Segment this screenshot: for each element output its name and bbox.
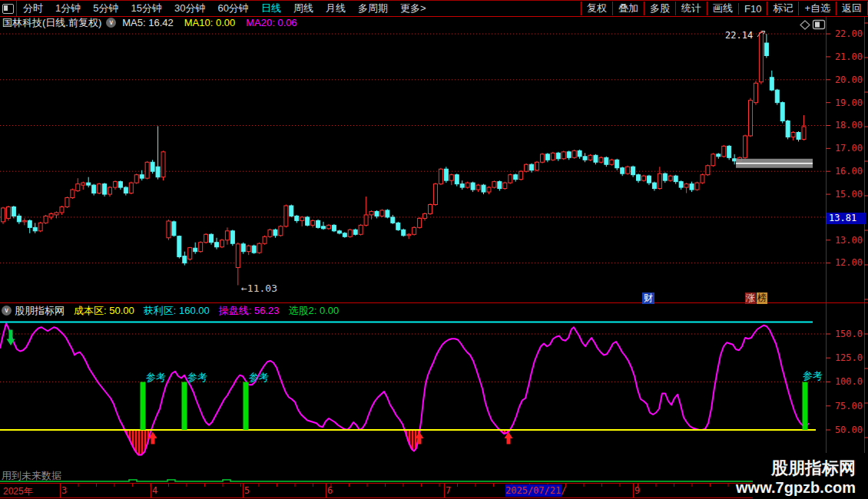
menu-item-5min[interactable]: 5分钟 <box>87 2 124 15</box>
chevron-down-icon[interactable]: ∨ <box>2 306 12 316</box>
date-label: 5 <box>244 485 250 496</box>
menu-item-1min[interactable]: 1分钟 <box>49 2 87 15</box>
axis-chrome <box>0 16 868 498</box>
cursor-date-badge: 2025/07/21/— <box>505 484 562 497</box>
menu-item-back[interactable]: 返回 <box>836 2 868 15</box>
menu-item-daily[interactable]: 日线 <box>255 2 287 15</box>
layout-icon[interactable] <box>0 1 17 16</box>
y-axis-label: 12.00 <box>829 257 863 268</box>
gainers-badge-bang[interactable]: 榜 <box>757 292 767 304</box>
y-axis-label: 16.00 <box>829 166 863 177</box>
high-annotation: 22.14 <box>725 30 753 41</box>
ma10-value: MA10: 0.00 <box>184 17 236 28</box>
indicator-y-label: 150.0 <box>829 329 863 339</box>
date-label: 4 <box>152 485 157 496</box>
title-bar: 国林科技(日线.前复权) ∨ MA5: 16.42 MA10: 0.00 MA2… <box>0 16 826 29</box>
finance-badge[interactable]: 财 <box>642 292 654 304</box>
date-label-year: 2025年 <box>3 485 33 498</box>
indicator-y-label: 50.00 <box>829 425 863 435</box>
menu-item-fuquan[interactable]: 复权 <box>581 2 612 15</box>
menu-item-multiperiod[interactable]: 多周期 <box>352 2 394 15</box>
indicator-field-cost: 成本区: 50.00 <box>74 304 134 318</box>
indicator-series <box>0 322 816 482</box>
menu-item-more[interactable]: 更多> <box>394 2 432 15</box>
ma20-value: MA20: 0.06 <box>246 17 297 28</box>
menu-item-diejia[interactable]: 叠加 <box>612 2 644 15</box>
y-axis-label: 21.00 <box>829 51 863 62</box>
ref-signal-label: 参考 <box>803 369 823 383</box>
indicator-y-label: 75.00 <box>829 401 863 411</box>
low-annotation: ←11.03 <box>241 283 277 294</box>
date-label: 7 <box>446 485 451 496</box>
y-axis-label: 17.00 <box>829 143 863 154</box>
ref-signal-label: 参考 <box>146 371 166 385</box>
menu-item-duogu[interactable]: 多股 <box>644 2 675 15</box>
trading-app-window: 分时 1分钟 5分钟 15分钟 30分钟 60分钟 日线 周线 月线 多周期 更… <box>0 0 868 499</box>
watermark-site-name: 股朋指标网 <box>771 458 856 478</box>
menu-item-fenshi[interactable]: 分时 <box>17 2 49 15</box>
menu-item-30min[interactable]: 30分钟 <box>168 2 211 15</box>
menu-item-15min[interactable]: 15分钟 <box>124 2 167 15</box>
y-axis-label: 18.00 <box>829 120 863 131</box>
y-axis-label: 22.00 <box>829 28 863 39</box>
menu-item-add-watchlist[interactable]: +自选 <box>798 2 836 15</box>
watermark-url: www.7gpzb.com <box>736 478 856 497</box>
indicator-field-profit: 获利区: 160.00 <box>144 304 210 318</box>
chart-canvas[interactable] <box>0 0 868 499</box>
watermark: 股朋指标网 www.7gpzb.com <box>753 453 868 499</box>
gainers-badge-zhang[interactable]: 涨 <box>745 292 756 304</box>
indicator-y-label: 100.0 <box>829 376 863 387</box>
date-label: 9 <box>634 485 640 496</box>
y-axis-label: 15.00 <box>829 189 863 200</box>
ref-signal-label: 参考 <box>187 371 207 385</box>
menu-item-f10[interactable]: F10 <box>738 3 767 15</box>
future-data-note: 用到未来数据 <box>2 469 61 483</box>
date-label: 6 <box>327 485 333 496</box>
y-axis-label: 20.00 <box>829 74 863 85</box>
y-axis-label: 19.00 <box>829 97 863 108</box>
date-label: 3 <box>61 485 67 496</box>
ref-signal-label: 参考 <box>249 371 269 385</box>
chevron-down-icon[interactable]: ∨ <box>106 18 116 28</box>
menu-item-biaoji[interactable]: 标记 <box>767 2 798 15</box>
indicator-field-opline: 操盘线: 56.23 <box>219 304 280 318</box>
ma5-value: MA5: 16.42 <box>122 17 174 28</box>
indicator-y-label: 125.0 <box>829 352 863 363</box>
menu-item-monthly[interactable]: 月线 <box>320 2 352 15</box>
y-axis-label: 13.00 <box>829 235 863 246</box>
menu-item-tongji[interactable]: 统计 <box>675 2 707 15</box>
menu-item-60min[interactable]: 60分钟 <box>211 2 254 15</box>
menu-item-weekly[interactable]: 周线 <box>287 2 320 15</box>
indicator-field-select: 选股2: 0.00 <box>289 304 340 318</box>
indicator-header: ∨ 股朋指标网 成本区: 50.00 获利区: 160.00 操盘线: 56.2… <box>0 304 826 317</box>
indicator-name[interactable]: 股朋指标网 <box>15 304 65 318</box>
last-price-badge: 13.81 <box>827 213 866 224</box>
candlestick-series <box>2 31 807 286</box>
top-menu-bar: 分时 1分钟 5分钟 15分钟 30分钟 60分钟 日线 周线 月线 多周期 更… <box>0 0 868 17</box>
menu-item-huaxian[interactable]: 画线 <box>707 2 738 15</box>
gridlines <box>0 34 826 382</box>
stock-title[interactable]: 国林科技(日线.前复权) <box>2 16 101 30</box>
